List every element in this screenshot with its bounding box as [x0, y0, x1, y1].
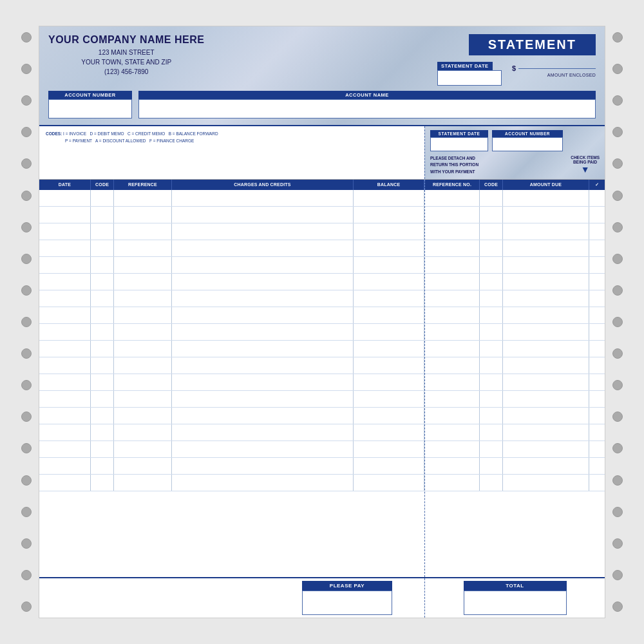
table-row — [425, 475, 605, 491]
table-row — [425, 341, 605, 357]
statement-title: STATEMENT — [469, 34, 596, 55]
page-wrapper: YOUR COMPANY NAME HERE 123 MAIN STREET Y… — [0, 0, 644, 644]
hole — [612, 570, 623, 580]
table-row — [39, 190, 424, 207]
remit-acct-num-box: ACCOUNT NUMBER — [492, 130, 563, 151]
table-row — [425, 223, 605, 240]
hole — [612, 380, 623, 390]
col-header-code: CODE — [91, 180, 114, 190]
header-right-top: STATEMENT STATEMENT DATE $ — [437, 34, 596, 86]
company-name: YOUR COMPANY NAME HERE — [48, 34, 204, 46]
hole — [612, 127, 623, 137]
hole — [21, 412, 32, 422]
table-row — [39, 307, 424, 324]
table-row — [425, 274, 605, 290]
hole — [612, 317, 623, 327]
hole — [21, 317, 32, 327]
account-number-section: ACCOUNT NUMBER — [48, 91, 132, 118]
table-row — [39, 207, 424, 223]
col-header-charges: CHARGES AND CREDITS — [172, 180, 354, 190]
right-data-rows — [424, 190, 605, 577]
footer-section: PLEASE PAY TOTAL — [39, 577, 605, 618]
statement-date-field — [437, 70, 502, 86]
hole — [612, 32, 623, 43]
hole — [21, 538, 32, 549]
table-row — [425, 408, 605, 424]
dollar-sign: $ — [512, 64, 516, 72]
table-row — [425, 240, 605, 257]
down-arrow-icon: ▼ — [581, 164, 590, 175]
table-row — [39, 257, 424, 274]
account-name-field — [138, 99, 596, 118]
outer-container: YOUR COMPANY NAME HERE 123 MAIN STREET Y… — [14, 26, 630, 618]
hole — [612, 158, 623, 169]
feed-holes-left — [14, 26, 39, 618]
remit-acct-num-field — [492, 137, 563, 151]
codes-line1: I = INVOICE D = DEBIT MEMO C = CREDIT ME… — [63, 131, 218, 136]
col-header-code2: CODE — [480, 180, 503, 190]
remit-stmt-date-label: STATEMENT DATE — [430, 130, 488, 137]
hole — [21, 158, 32, 169]
account-number-label: ACCOUNT NUMBER — [48, 91, 132, 99]
table-row — [425, 190, 605, 207]
hole — [21, 64, 32, 74]
table-row — [39, 357, 424, 374]
total-field — [464, 591, 567, 615]
header-section: YOUR COMPANY NAME HERE 123 MAIN STREET Y… — [39, 26, 605, 126]
col-header-date: DATE — [39, 180, 91, 190]
account-number-field — [48, 99, 132, 118]
codes-section: CODES: I = INVOICE D = DEBIT MEMO C = CR… — [39, 126, 424, 179]
hole — [21, 507, 32, 517]
hole — [612, 443, 623, 453]
data-area — [39, 190, 605, 577]
col-header-refno: REFERENCE NO. — [425, 180, 480, 190]
col-header-check: ✓ — [589, 180, 605, 190]
company-phone: (123) 456-7890 — [48, 67, 204, 77]
account-name-section: ACCOUNT NAME — [138, 91, 596, 118]
table-row — [39, 441, 424, 458]
table-row — [39, 391, 424, 408]
table-row — [425, 290, 605, 307]
company-info: YOUR COMPANY NAME HERE 123 MAIN STREET Y… — [48, 34, 204, 77]
table-row — [39, 424, 424, 441]
hole — [612, 475, 623, 486]
hole — [612, 95, 623, 106]
hole — [21, 191, 32, 201]
document: YOUR COMPANY NAME HERE 123 MAIN STREET Y… — [39, 26, 605, 618]
middle-section: CODES: I = INVOICE D = DEBIT MEMO C = CR… — [39, 126, 605, 180]
hole — [21, 380, 32, 390]
total-label: TOTAL — [464, 581, 567, 591]
table-row — [425, 424, 605, 441]
remit-stmt-date-box: STATEMENT DATE — [430, 130, 488, 151]
remit-bottom: PLEASE DETACH ANDRETURN THIS PORTIONWITH… — [430, 155, 600, 175]
table-row — [39, 223, 424, 240]
feed-holes-right — [605, 26, 630, 618]
hole — [612, 222, 623, 232]
hole — [21, 285, 32, 296]
address-line2: YOUR TOWN, STATE AND ZIP — [48, 57, 204, 67]
statement-date-label: STATEMENT DATE — [437, 62, 493, 70]
table-row — [425, 307, 605, 324]
codes-text: CODES: I = INVOICE D = DEBIT MEMO C = CR… — [46, 130, 418, 144]
remit-instructions: PLEASE DETACH ANDRETURN THIS PORTIONWITH… — [430, 155, 478, 175]
hole — [612, 507, 623, 517]
col-header-balance: BALANCE — [354, 180, 424, 190]
amount-enclosed-area: $ AMOUNT ENCLOSED — [512, 64, 596, 77]
col-header-reference: REFERENCE — [114, 180, 172, 190]
amount-enclosed-label: AMOUNT ENCLOSED — [547, 73, 596, 77]
please-pay-label: PLEASE PAY — [302, 581, 392, 591]
hole — [21, 348, 32, 359]
dollar-line: $ — [512, 64, 596, 72]
hole — [612, 285, 623, 296]
remit-stmt-date-field — [430, 137, 488, 151]
remit-fields: STATEMENT DATE ACCOUNT NUMBER — [430, 130, 600, 151]
table-row — [425, 357, 605, 374]
hole — [612, 538, 623, 549]
column-headers-row: DATE CODE REFERENCE CHARGES AND CREDITS … — [39, 180, 605, 190]
table-row — [39, 475, 424, 491]
codes-line2: P = PAYMENT A = DISCOUNT ALLOWED F = FIN… — [65, 138, 194, 143]
table-row — [425, 391, 605, 408]
hole — [612, 64, 623, 74]
table-row — [425, 374, 605, 391]
hole — [21, 570, 32, 580]
